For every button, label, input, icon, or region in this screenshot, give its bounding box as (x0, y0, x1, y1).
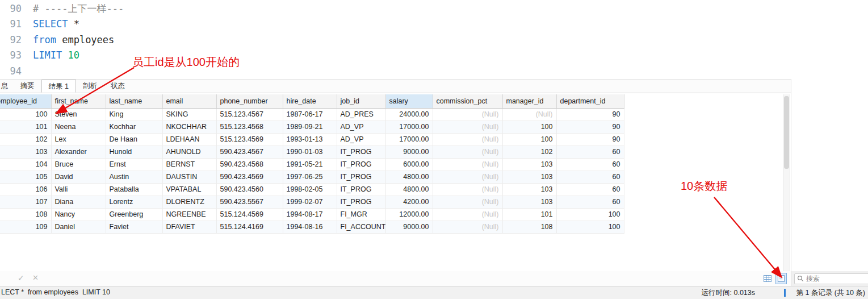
cell-employee_id[interactable]: 103 (0, 146, 51, 158)
cell-hire_date[interactable]: 1989-09-21 (283, 121, 337, 133)
cell-email[interactable]: DAUSTIN (162, 171, 216, 183)
cell-first_name[interactable]: Valli (51, 183, 106, 196)
cell-job_id[interactable]: FI_ACCOUNT (337, 221, 385, 233)
editor-line[interactable]: 90# ----上下一样--- (0, 1, 790, 16)
cell-department_id[interactable]: 60 (556, 146, 624, 158)
cell-last_name[interactable]: Lorentz (106, 196, 162, 208)
table-row[interactable]: 106ValliPataballaVPATABAL590.423.4560199… (0, 183, 624, 196)
cell-employee_id[interactable]: 108 (0, 208, 51, 221)
cell-first_name[interactable]: Nancy (51, 208, 106, 221)
cell-manager_id[interactable]: 103 (502, 158, 556, 171)
column-header-email[interactable]: email (162, 94, 216, 108)
cell-last_name[interactable]: Hunold (106, 146, 162, 158)
cell-job_id[interactable]: IT_PROG (337, 158, 385, 171)
sql-editor[interactable]: 90# ----上下一样---91SELECT *92from employee… (0, 1, 790, 78)
cell-manager_id[interactable]: 101 (502, 208, 556, 221)
table-row[interactable]: 100StevenKingSKING515.123.45671987-06-17… (0, 108, 624, 121)
cell-hire_date[interactable]: 1990-01-03 (283, 146, 337, 158)
cell-manager_id[interactable]: 102 (502, 146, 556, 158)
cell-manager_id[interactable]: 100 (502, 121, 556, 133)
grid-view-button[interactable] (762, 273, 773, 284)
cell-manager_id[interactable]: 108 (502, 221, 556, 233)
table-row[interactable]: 109DanielFavietDFAVIET515.124.41691994-0… (0, 221, 624, 233)
cell-department_id[interactable]: 90 (556, 133, 624, 146)
discard-changes-icon[interactable]: ✕ (32, 273, 39, 283)
cell-department_id[interactable]: 100 (556, 221, 624, 233)
cell-employee_id[interactable]: 107 (0, 196, 51, 208)
column-header-job_id[interactable]: job_id (337, 94, 385, 108)
cell-last_name[interactable]: Kochhar (106, 121, 162, 133)
cell-employee_id[interactable]: 102 (0, 133, 51, 146)
cell-hire_date[interactable]: 1993-01-13 (283, 133, 337, 146)
cell-phone_number[interactable]: 590.423.4567 (216, 146, 283, 158)
cell-job_id[interactable]: IT_PROG (337, 183, 385, 196)
column-header-phone_number[interactable]: phone_number (216, 94, 283, 108)
cell-phone_number[interactable]: 590.423.4569 (216, 171, 283, 183)
cell-email[interactable]: NKOCHHAR (162, 121, 216, 133)
cell-job_id[interactable]: AD_VP (337, 121, 385, 133)
cell-email[interactable]: VPATABAL (162, 183, 216, 196)
cell-job_id[interactable]: AD_VP (337, 133, 385, 146)
cell-hire_date[interactable]: 1994-08-16 (283, 221, 337, 233)
table-row[interactable]: 108NancyGreenbergNGREENBE515.124.4569199… (0, 208, 624, 221)
cell-first_name[interactable]: Alexander (51, 146, 106, 158)
cell-employee_id[interactable]: 109 (0, 221, 51, 233)
cell-last_name[interactable]: Ernst (106, 158, 162, 171)
editor-line[interactable]: 91SELECT * (0, 16, 790, 32)
cell-last_name[interactable]: Austin (106, 171, 162, 183)
cell-email[interactable]: DLORENTZ (162, 196, 216, 208)
table-row[interactable]: 107DianaLorentzDLORENTZ590.423.55671999-… (0, 196, 624, 208)
cell-commission_pct[interactable]: (Null) (433, 208, 502, 221)
cell-department_id[interactable]: 90 (556, 108, 624, 121)
cell-first_name[interactable]: Diana (51, 196, 106, 208)
cell-commission_pct[interactable]: (Null) (433, 146, 502, 158)
scrollbar-thumb[interactable] (784, 96, 789, 169)
cell-email[interactable]: SKING (162, 108, 216, 121)
cell-commission_pct[interactable]: (Null) (433, 121, 502, 133)
cell-phone_number[interactable]: 515.123.4568 (216, 121, 283, 133)
cell-job_id[interactable]: IT_PROG (337, 196, 385, 208)
cell-salary[interactable]: 17000.00 (385, 121, 433, 133)
cell-manager_id[interactable]: 103 (502, 196, 556, 208)
table-row[interactable]: 105DavidAustinDAUSTIN590.423.45691997-06… (0, 171, 624, 183)
cell-first_name[interactable]: Neena (51, 121, 106, 133)
cell-manager_id[interactable]: (Null) (502, 108, 556, 121)
cell-hire_date[interactable]: 1987-06-17 (283, 108, 337, 121)
cell-department_id[interactable]: 60 (556, 171, 624, 183)
cell-commission_pct[interactable]: (Null) (433, 133, 502, 146)
cell-phone_number[interactable]: 515.123.4569 (216, 133, 283, 146)
column-header-last_name[interactable]: last_name (106, 94, 162, 108)
editor-line[interactable]: 92from employees (0, 32, 790, 48)
cell-first_name[interactable]: Steven (51, 108, 106, 121)
cell-hire_date[interactable]: 1991-05-21 (283, 158, 337, 171)
cell-department_id[interactable]: 90 (556, 121, 624, 133)
cell-salary[interactable]: 24000.00 (385, 108, 433, 121)
column-header-commission_pct[interactable]: commission_pct (433, 94, 502, 108)
cell-last_name[interactable]: Pataballa (106, 183, 162, 196)
cell-employee_id[interactable]: 106 (0, 183, 51, 196)
cell-salary[interactable]: 6000.00 (385, 158, 433, 171)
tab-info[interactable]: 息 (0, 80, 14, 93)
table-row[interactable]: 104BruceErnstBERNST590.423.45681991-05-2… (0, 158, 624, 171)
table-row[interactable]: 102LexDe HaanLDEHAAN515.123.45691993-01-… (0, 133, 624, 146)
cell-hire_date[interactable]: 1994-08-17 (283, 208, 337, 221)
cell-salary[interactable]: 4800.00 (385, 183, 433, 196)
table-row[interactable]: 101NeenaKochharNKOCHHAR515.123.45681989-… (0, 121, 624, 133)
cell-job_id[interactable]: FI_MGR (337, 208, 385, 221)
cell-phone_number[interactable]: 515.124.4569 (216, 208, 283, 221)
cell-commission_pct[interactable]: (Null) (433, 221, 502, 233)
cell-employee_id[interactable]: 101 (0, 121, 51, 133)
editor-line[interactable]: 94 (0, 64, 790, 78)
cell-last_name[interactable]: King (106, 108, 162, 121)
cell-manager_id[interactable]: 103 (502, 171, 556, 183)
tab-profile[interactable]: 剖析 (76, 80, 104, 93)
cell-commission_pct[interactable]: (Null) (433, 158, 502, 171)
cell-commission_pct[interactable]: (Null) (433, 171, 502, 183)
cell-hire_date[interactable]: 1999-02-07 (283, 196, 337, 208)
form-view-button[interactable] (775, 273, 787, 284)
cell-phone_number[interactable]: 590.423.4568 (216, 158, 283, 171)
cell-department_id[interactable]: 60 (556, 196, 624, 208)
search-input[interactable] (806, 275, 868, 283)
cell-department_id[interactable]: 60 (556, 158, 624, 171)
cell-first_name[interactable]: Bruce (51, 158, 106, 171)
